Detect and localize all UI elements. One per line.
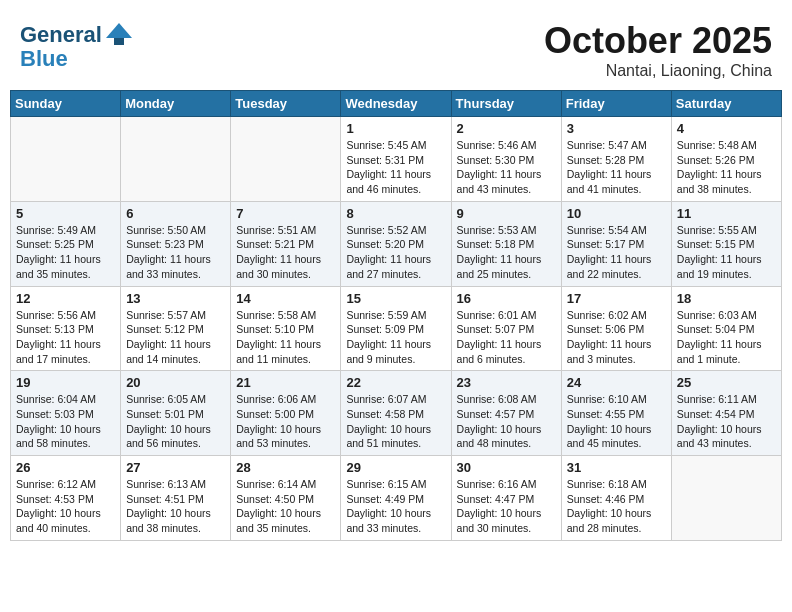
calendar-cell: 18Sunrise: 6:03 AMSunset: 5:04 PMDayligh… xyxy=(671,286,781,371)
calendar-cell: 25Sunrise: 6:11 AMSunset: 4:54 PMDayligh… xyxy=(671,371,781,456)
day-info: Sunrise: 5:55 AMSunset: 5:15 PMDaylight:… xyxy=(677,223,776,282)
day-number: 26 xyxy=(16,460,115,475)
day-number: 29 xyxy=(346,460,445,475)
day-number: 18 xyxy=(677,291,776,306)
day-info: Sunrise: 6:05 AMSunset: 5:01 PMDaylight:… xyxy=(126,392,225,451)
day-info: Sunrise: 5:48 AMSunset: 5:26 PMDaylight:… xyxy=(677,138,776,197)
calendar-week-row: 19Sunrise: 6:04 AMSunset: 5:03 PMDayligh… xyxy=(11,371,782,456)
day-info: Sunrise: 6:06 AMSunset: 5:00 PMDaylight:… xyxy=(236,392,335,451)
day-info: Sunrise: 6:08 AMSunset: 4:57 PMDaylight:… xyxy=(457,392,556,451)
day-info: Sunrise: 6:04 AMSunset: 5:03 PMDaylight:… xyxy=(16,392,115,451)
day-number: 4 xyxy=(677,121,776,136)
calendar-cell: 21Sunrise: 6:06 AMSunset: 5:00 PMDayligh… xyxy=(231,371,341,456)
calendar-cell xyxy=(121,117,231,202)
day-number: 16 xyxy=(457,291,556,306)
day-info: Sunrise: 6:07 AMSunset: 4:58 PMDaylight:… xyxy=(346,392,445,451)
day-number: 23 xyxy=(457,375,556,390)
day-number: 25 xyxy=(677,375,776,390)
weekday-header: Thursday xyxy=(451,91,561,117)
location: Nantai, Liaoning, China xyxy=(544,62,772,80)
day-info: Sunrise: 5:52 AMSunset: 5:20 PMDaylight:… xyxy=(346,223,445,282)
calendar-cell: 22Sunrise: 6:07 AMSunset: 4:58 PMDayligh… xyxy=(341,371,451,456)
day-info: Sunrise: 6:18 AMSunset: 4:46 PMDaylight:… xyxy=(567,477,666,536)
day-number: 1 xyxy=(346,121,445,136)
calendar-cell: 13Sunrise: 5:57 AMSunset: 5:12 PMDayligh… xyxy=(121,286,231,371)
day-info: Sunrise: 5:53 AMSunset: 5:18 PMDaylight:… xyxy=(457,223,556,282)
day-info: Sunrise: 5:46 AMSunset: 5:30 PMDaylight:… xyxy=(457,138,556,197)
weekday-header: Monday xyxy=(121,91,231,117)
svg-marker-0 xyxy=(106,23,132,38)
calendar-week-row: 26Sunrise: 6:12 AMSunset: 4:53 PMDayligh… xyxy=(11,456,782,541)
calendar-cell: 20Sunrise: 6:05 AMSunset: 5:01 PMDayligh… xyxy=(121,371,231,456)
svg-rect-1 xyxy=(114,38,124,45)
day-info: Sunrise: 5:58 AMSunset: 5:10 PMDaylight:… xyxy=(236,308,335,367)
day-number: 14 xyxy=(236,291,335,306)
logo: General Blue xyxy=(20,20,134,72)
day-number: 17 xyxy=(567,291,666,306)
calendar-cell: 24Sunrise: 6:10 AMSunset: 4:55 PMDayligh… xyxy=(561,371,671,456)
day-info: Sunrise: 5:50 AMSunset: 5:23 PMDaylight:… xyxy=(126,223,225,282)
calendar-cell: 6Sunrise: 5:50 AMSunset: 5:23 PMDaylight… xyxy=(121,201,231,286)
weekday-header: Sunday xyxy=(11,91,121,117)
day-info: Sunrise: 6:14 AMSunset: 4:50 PMDaylight:… xyxy=(236,477,335,536)
day-info: Sunrise: 5:56 AMSunset: 5:13 PMDaylight:… xyxy=(16,308,115,367)
calendar-header-row: SundayMondayTuesdayWednesdayThursdayFrid… xyxy=(11,91,782,117)
calendar-cell xyxy=(231,117,341,202)
calendar-cell: 30Sunrise: 6:16 AMSunset: 4:47 PMDayligh… xyxy=(451,456,561,541)
day-info: Sunrise: 6:03 AMSunset: 5:04 PMDaylight:… xyxy=(677,308,776,367)
day-number: 6 xyxy=(126,206,225,221)
page-header: General Blue October 2025 Nantai, Liaoni… xyxy=(10,10,782,85)
day-info: Sunrise: 5:47 AMSunset: 5:28 PMDaylight:… xyxy=(567,138,666,197)
calendar-cell: 27Sunrise: 6:13 AMSunset: 4:51 PMDayligh… xyxy=(121,456,231,541)
calendar-cell: 14Sunrise: 5:58 AMSunset: 5:10 PMDayligh… xyxy=(231,286,341,371)
calendar-cell: 23Sunrise: 6:08 AMSunset: 4:57 PMDayligh… xyxy=(451,371,561,456)
day-number: 15 xyxy=(346,291,445,306)
day-number: 19 xyxy=(16,375,115,390)
day-info: Sunrise: 6:02 AMSunset: 5:06 PMDaylight:… xyxy=(567,308,666,367)
day-info: Sunrise: 6:15 AMSunset: 4:49 PMDaylight:… xyxy=(346,477,445,536)
day-number: 3 xyxy=(567,121,666,136)
calendar-cell: 10Sunrise: 5:54 AMSunset: 5:17 PMDayligh… xyxy=(561,201,671,286)
day-number: 30 xyxy=(457,460,556,475)
calendar-cell: 1Sunrise: 5:45 AMSunset: 5:31 PMDaylight… xyxy=(341,117,451,202)
day-info: Sunrise: 6:16 AMSunset: 4:47 PMDaylight:… xyxy=(457,477,556,536)
day-number: 2 xyxy=(457,121,556,136)
weekday-header: Friday xyxy=(561,91,671,117)
day-info: Sunrise: 5:57 AMSunset: 5:12 PMDaylight:… xyxy=(126,308,225,367)
weekday-header: Tuesday xyxy=(231,91,341,117)
weekday-header: Wednesday xyxy=(341,91,451,117)
day-info: Sunrise: 5:45 AMSunset: 5:31 PMDaylight:… xyxy=(346,138,445,197)
calendar-cell: 17Sunrise: 6:02 AMSunset: 5:06 PMDayligh… xyxy=(561,286,671,371)
calendar-cell: 5Sunrise: 5:49 AMSunset: 5:25 PMDaylight… xyxy=(11,201,121,286)
month-title: October 2025 xyxy=(544,20,772,62)
day-info: Sunrise: 6:13 AMSunset: 4:51 PMDaylight:… xyxy=(126,477,225,536)
calendar-cell: 12Sunrise: 5:56 AMSunset: 5:13 PMDayligh… xyxy=(11,286,121,371)
day-number: 24 xyxy=(567,375,666,390)
day-number: 21 xyxy=(236,375,335,390)
day-number: 12 xyxy=(16,291,115,306)
calendar-cell: 2Sunrise: 5:46 AMSunset: 5:30 PMDaylight… xyxy=(451,117,561,202)
calendar-cell: 7Sunrise: 5:51 AMSunset: 5:21 PMDaylight… xyxy=(231,201,341,286)
day-number: 22 xyxy=(346,375,445,390)
day-info: Sunrise: 6:01 AMSunset: 5:07 PMDaylight:… xyxy=(457,308,556,367)
calendar-cell: 29Sunrise: 6:15 AMSunset: 4:49 PMDayligh… xyxy=(341,456,451,541)
logo-icon xyxy=(104,20,134,50)
calendar-cell xyxy=(671,456,781,541)
day-number: 27 xyxy=(126,460,225,475)
day-number: 31 xyxy=(567,460,666,475)
calendar-cell: 28Sunrise: 6:14 AMSunset: 4:50 PMDayligh… xyxy=(231,456,341,541)
day-number: 7 xyxy=(236,206,335,221)
title-block: October 2025 Nantai, Liaoning, China xyxy=(544,20,772,80)
day-number: 5 xyxy=(16,206,115,221)
day-info: Sunrise: 6:10 AMSunset: 4:55 PMDaylight:… xyxy=(567,392,666,451)
calendar-cell xyxy=(11,117,121,202)
day-info: Sunrise: 6:11 AMSunset: 4:54 PMDaylight:… xyxy=(677,392,776,451)
day-number: 28 xyxy=(236,460,335,475)
logo-text: General xyxy=(20,24,102,46)
day-number: 10 xyxy=(567,206,666,221)
calendar-cell: 16Sunrise: 6:01 AMSunset: 5:07 PMDayligh… xyxy=(451,286,561,371)
weekday-header: Saturday xyxy=(671,91,781,117)
calendar-week-row: 12Sunrise: 5:56 AMSunset: 5:13 PMDayligh… xyxy=(11,286,782,371)
calendar-week-row: 1Sunrise: 5:45 AMSunset: 5:31 PMDaylight… xyxy=(11,117,782,202)
calendar-week-row: 5Sunrise: 5:49 AMSunset: 5:25 PMDaylight… xyxy=(11,201,782,286)
